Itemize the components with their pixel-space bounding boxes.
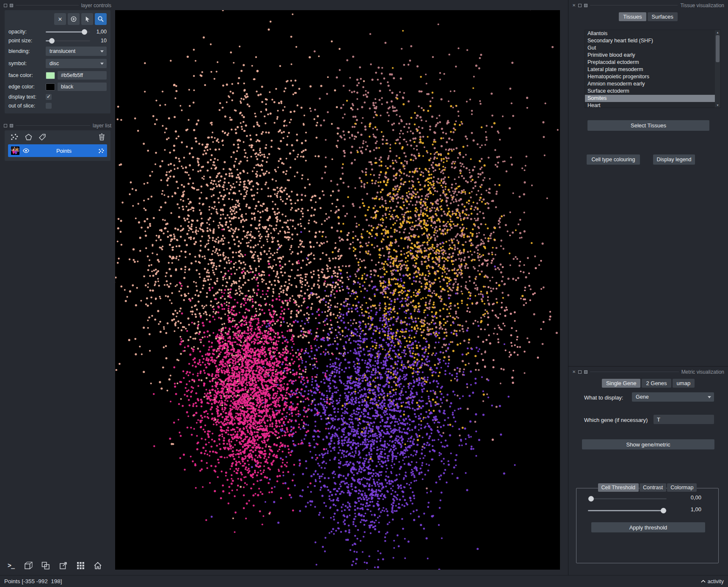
slider-handle[interactable] <box>661 508 666 513</box>
out-of-slice-checkbox[interactable] <box>46 103 52 109</box>
tissue-item[interactable]: Somites <box>585 95 715 102</box>
activity-toggle[interactable]: activity <box>701 579 724 584</box>
slider-handle[interactable] <box>49 38 55 44</box>
threshold-high-slider[interactable] <box>588 507 667 513</box>
home-reset-view-button[interactable] <box>91 559 105 572</box>
add-points-button[interactable] <box>68 13 80 25</box>
tissue-item[interactable]: Heart <box>585 102 715 107</box>
layer-thumbnail <box>11 146 19 155</box>
tab-surfaces[interactable]: Surfaces <box>648 12 678 21</box>
float-panel-icon[interactable] <box>578 370 582 374</box>
threshold-tabs: Cell Threshold Contrast Colormap <box>576 483 718 492</box>
scroll-up-icon[interactable]: ▲ <box>715 30 720 35</box>
tissue-item[interactable]: Lateral plate mesoderm <box>585 66 715 73</box>
tissue-item[interactable]: Allantois <box>585 30 715 37</box>
tissue-visualization-panel: ✕ Tissue visualization Tissues Surfaces … <box>568 0 728 367</box>
tab-2-genes[interactable]: 2 Genes <box>642 379 671 388</box>
scroll-down-icon[interactable]: ▼ <box>715 103 720 107</box>
home-icon <box>94 562 102 570</box>
cell-type-colouring-button[interactable]: Cell type colouring <box>587 154 640 165</box>
new-labels-layer-button[interactable] <box>39 134 46 141</box>
console-button[interactable]: >_ <box>4 559 18 572</box>
delete-selected-points-button[interactable]: ✕ <box>54 13 66 25</box>
visibility-eye-icon[interactable] <box>22 148 30 153</box>
layer-row-points[interactable]: Points <box>8 144 107 157</box>
what-to-display-dropdown[interactable]: Gene <box>632 392 714 402</box>
ndisplay-toggle-button[interactable] <box>22 559 35 572</box>
tissue-item[interactable]: Amnion mesoderm early <box>585 80 715 88</box>
show-gene-metric-button[interactable]: Show gene/metric <box>582 439 714 449</box>
delete-layer-button[interactable] <box>99 133 105 141</box>
dock-panel-icon[interactable] <box>584 4 587 7</box>
blending-dropdown[interactable]: translucent <box>46 47 107 56</box>
stacked-squares-icon <box>41 562 50 570</box>
left-dock: layer controls ✕ opacity: <box>0 0 115 575</box>
threshold-low-value: 0,00 <box>676 494 701 501</box>
tissue-item[interactable]: Hematopoietic progenitors <box>585 73 715 80</box>
out-of-slice-label: out of slice: <box>8 103 46 109</box>
dock-panel-icon[interactable] <box>10 4 13 7</box>
float-panel-icon[interactable] <box>4 124 7 127</box>
delete-icon: ✕ <box>58 16 63 22</box>
console-icon: >_ <box>8 562 14 569</box>
tissue-item[interactable]: Preplacodal ectoderm <box>585 59 715 66</box>
tissue-list-items: AllantoisSecondary heart field (SHF)GutP… <box>585 30 715 107</box>
tissue-tabs: Tissues Surfaces <box>568 12 728 21</box>
float-panel-icon[interactable] <box>578 4 582 7</box>
activity-label: activity <box>708 579 724 584</box>
what-to-display-label: What to display: <box>584 394 623 401</box>
new-points-layer-button[interactable] <box>10 133 18 141</box>
tissue-item[interactable]: Secondary heart field (SHF) <box>585 37 715 44</box>
tissue-item[interactable]: Gut <box>585 44 715 52</box>
tissue-list-scrollbar[interactable]: ▲ ▼ <box>715 30 720 107</box>
threshold-low-slider[interactable] <box>588 496 667 502</box>
face-color-field[interactable]: #b5efb5ff <box>58 71 107 80</box>
threshold-high-value: 1,00 <box>676 506 701 513</box>
tab-umap[interactable]: umap <box>673 379 695 388</box>
close-panel-icon[interactable]: ✕ <box>572 3 576 8</box>
which-gene-input[interactable] <box>654 415 714 424</box>
new-shapes-layer-button[interactable] <box>25 134 32 141</box>
tab-tissues[interactable]: Tissues <box>619 12 646 21</box>
select-points-button[interactable] <box>81 13 93 25</box>
tissue-item[interactable]: Primitive blood early <box>585 52 715 59</box>
tab-colormap[interactable]: Colormap <box>667 483 697 492</box>
dock-panel-icon[interactable] <box>584 370 587 374</box>
blending-label: blending: <box>8 48 46 54</box>
divider <box>16 5 79 6</box>
tab-cell-threshold[interactable]: Cell Threshold <box>598 483 639 492</box>
float-panel-icon[interactable] <box>4 4 7 7</box>
edge-color-label: edge color: <box>8 84 46 90</box>
labels-layer-icon <box>39 134 46 141</box>
edge-color-value: black <box>61 84 73 90</box>
magnifier-icon <box>97 16 104 22</box>
edge-color-field[interactable]: black <box>58 83 107 91</box>
slider-handle[interactable] <box>588 496 594 502</box>
opacity-slider[interactable] <box>46 29 90 35</box>
square-arrow-icon <box>59 562 67 570</box>
what-to-display-value: Gene <box>636 394 649 400</box>
tissue-item[interactable]: Surface ectoderm <box>585 88 715 95</box>
roll-dimensions-button[interactable] <box>39 559 52 572</box>
chevron-up-icon <box>701 580 706 583</box>
display-legend-button[interactable]: Display legend <box>653 154 695 165</box>
points-layer-type-icon <box>98 148 104 154</box>
display-text-checkbox[interactable] <box>46 94 52 100</box>
tab-contrast[interactable]: Contrast <box>640 483 666 492</box>
grid-view-button[interactable] <box>74 559 87 572</box>
pan-zoom-button[interactable] <box>95 13 107 25</box>
scrollbar-thumb[interactable] <box>716 35 720 62</box>
symbol-dropdown[interactable]: disc <box>46 59 107 68</box>
layer-name: Points <box>33 148 95 154</box>
edge-color-swatch[interactable] <box>46 83 55 91</box>
slider-handle[interactable] <box>82 29 87 35</box>
apply-threshold-button[interactable]: Apply threshold <box>591 522 705 532</box>
select-tissues-button[interactable]: Select Tissues <box>587 120 709 131</box>
point-size-slider[interactable] <box>46 38 90 44</box>
dock-panel-icon[interactable] <box>10 124 13 127</box>
close-panel-icon[interactable]: ✕ <box>572 370 576 374</box>
scatter-canvas[interactable] <box>115 10 560 570</box>
tab-single-gene[interactable]: Single Gene <box>602 379 641 388</box>
face-color-swatch[interactable] <box>46 72 55 79</box>
transpose-dimensions-button[interactable] <box>56 559 70 572</box>
